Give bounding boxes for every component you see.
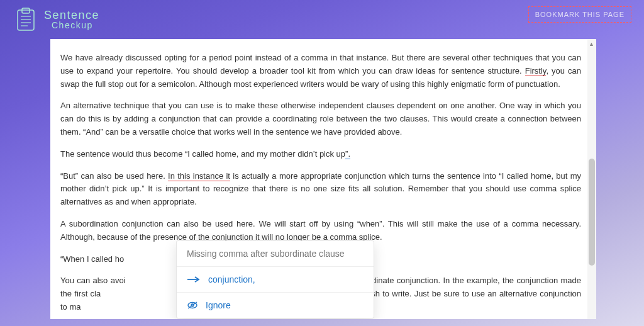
clipboard-icon — [13, 6, 39, 33]
scroll-up-arrow-icon[interactable]: ▲ — [589, 41, 594, 46]
app-header: Sentence Checkup BOOKMARK THIS PAGE — [0, 0, 644, 39]
paragraph: An alternative technique that you can us… — [60, 99, 581, 138]
tooltip-title: Missing comma after subordinate clause — [177, 241, 374, 267]
suggestion-text: conjunction, — [208, 274, 255, 284]
apply-suggestion-button[interactable]: conjunction, — [177, 267, 374, 293]
paragraph: We have already discussed opting for a p… — [60, 52, 581, 91]
ignore-button[interactable]: Ignore — [177, 293, 374, 318]
arrow-right-icon — [187, 276, 201, 283]
grammar-suggestion-tooltip: Missing comma after subordinate clause c… — [176, 240, 374, 318]
scrollbar-track[interactable]: ▲ — [587, 39, 596, 319]
paragraph: The sentence would thus become “I called… — [60, 148, 581, 161]
svg-rect-1 — [22, 8, 30, 13]
error-underline[interactable]: In this instance it — [168, 171, 230, 181]
logo-text-bottom: Checkup — [52, 21, 99, 30]
bookmark-button[interactable]: BOOKMARK THIS PAGE — [528, 6, 631, 23]
editor-content-area[interactable]: We have already discussed opting for a p… — [50, 39, 596, 319]
ignore-text: Ignore — [206, 300, 231, 310]
logo-text-top: Sentence — [44, 9, 99, 21]
suggestion-underline[interactable]: ”. — [345, 149, 350, 159]
logo-text: Sentence Checkup — [44, 9, 99, 30]
paragraph: “But” can also be used here. In this ins… — [60, 170, 581, 209]
logo[interactable]: Sentence Checkup — [13, 6, 99, 33]
eye-slash-icon — [187, 301, 198, 310]
scrollbar-thumb[interactable] — [589, 159, 595, 266]
error-underline[interactable]: Firstly — [525, 66, 547, 76]
